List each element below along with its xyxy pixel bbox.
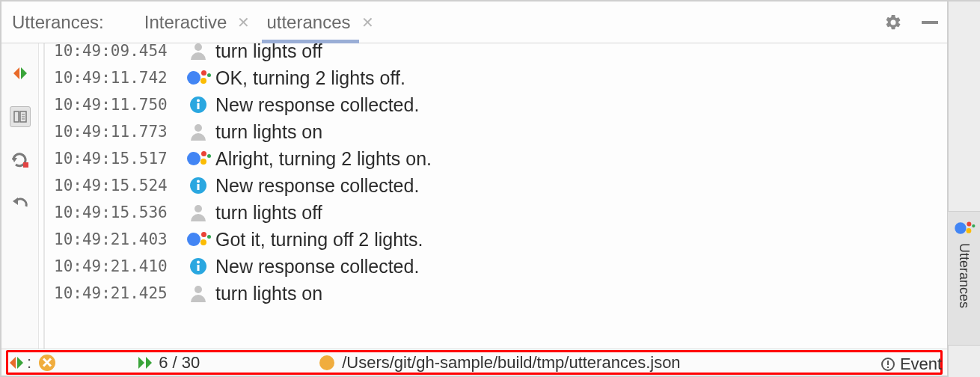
tab-bar: Interactive ✕ utterances ✕ — [140, 1, 379, 43]
tab-interactive[interactable]: Interactive ✕ — [140, 1, 255, 43]
tab-label: utterances — [266, 12, 350, 33]
timestamp: 10:49:09.454 — [54, 43, 186, 60]
svg-point-22 — [195, 286, 202, 293]
timestamp: 10:49:11.750 — [54, 96, 186, 114]
timestamp: 10:49:11.773 — [54, 123, 186, 141]
run-icon[interactable] — [138, 356, 154, 370]
close-icon[interactable]: ✕ — [237, 15, 250, 30]
event-log-icon — [881, 357, 895, 372]
svg-marker-1 — [21, 67, 27, 79]
log-row[interactable]: 10:49:21.425turn lights on — [39, 280, 947, 307]
step-icon[interactable] — [10, 63, 31, 84]
timestamp: 10:49:15.536 — [54, 203, 186, 221]
svg-marker-0 — [13, 67, 19, 79]
timestamp: 10:49:11.742 — [54, 69, 186, 87]
progress-text: 6 / 30 — [159, 353, 200, 373]
user-icon — [186, 43, 211, 60]
svg-rect-28 — [887, 361, 889, 365]
svg-point-13 — [197, 99, 200, 102]
assistant-icon — [186, 150, 211, 168]
info-icon — [186, 257, 211, 275]
layout-icon[interactable] — [10, 106, 31, 127]
close-icon[interactable]: ✕ — [361, 15, 374, 30]
log-row[interactable]: 10:49:15.524New response collected. — [39, 172, 947, 199]
log-row[interactable]: 10:49:09.454turn lights off — [39, 43, 947, 64]
undo-icon[interactable] — [10, 193, 31, 214]
svg-marker-9 — [13, 197, 18, 205]
status-path: /Users/git/gh-sample/build/tmp/utterance… — [342, 353, 680, 373]
tool-column — [1, 43, 39, 349]
svg-rect-20 — [197, 265, 200, 271]
svg-rect-8 — [23, 162, 28, 168]
log-message: Got it, turning off 2 lights. — [211, 229, 423, 251]
svg-point-10 — [195, 43, 202, 51]
rerun-icon[interactable] — [10, 150, 31, 171]
svg-rect-12 — [197, 103, 200, 109]
svg-marker-23 — [10, 357, 16, 369]
log-row[interactable]: 10:49:11.773turn lights on — [39, 118, 947, 145]
tab-utterances[interactable]: utterances ✕ — [262, 1, 378, 43]
panel-title: Utterances: — [12, 12, 104, 33]
log-message: turn lights off — [211, 43, 322, 62]
svg-point-17 — [197, 180, 200, 183]
user-icon — [186, 284, 211, 302]
log-message: turn lights on — [211, 121, 322, 143]
svg-point-18 — [195, 205, 202, 212]
timestamp: 10:49:15.517 — [54, 150, 186, 168]
svg-rect-16 — [197, 184, 200, 190]
svg-marker-24 — [17, 357, 23, 369]
log-row[interactable]: 10:49:15.517Alright, turning 2 lights on… — [39, 145, 947, 172]
log-row[interactable]: 10:49:21.410New response collected. — [39, 253, 947, 280]
svg-marker-26 — [146, 357, 152, 369]
timestamp: 10:49:21.425 — [54, 284, 186, 302]
log-message: turn lights on — [211, 283, 322, 304]
log-message: New response collected. — [211, 175, 419, 197]
info-icon — [186, 96, 211, 114]
side-tab-label: Utterances — [956, 243, 972, 308]
status-bar: : 6 / 30 /Users/git/gh-sample/build/tmp/… — [1, 349, 947, 376]
log-row[interactable]: 10:49:11.750New response collected. — [39, 91, 947, 118]
minimize-icon[interactable] — [922, 21, 938, 24]
info-icon — [186, 177, 211, 194]
assistant-icon — [186, 230, 211, 248]
assistant-icon — [955, 221, 974, 236]
svg-rect-29 — [887, 367, 889, 368]
log-message: Alright, turning 2 lights on. — [211, 148, 432, 170]
svg-rect-2 — [14, 111, 19, 122]
tab-label: Interactive — [144, 12, 227, 33]
timestamp: 10:49:21.410 — [54, 257, 186, 275]
log-message: New response collected. — [211, 256, 419, 278]
status-colon: : — [27, 353, 31, 373]
right-gutter: Utterances — [947, 0, 980, 377]
warning-icon[interactable] — [39, 355, 55, 371]
side-tab-utterances[interactable]: Utterances — [947, 211, 980, 346]
log-row[interactable]: 10:49:15.536turn lights off — [39, 199, 947, 226]
svg-marker-25 — [138, 357, 144, 369]
step-icon[interactable] — [9, 356, 24, 370]
assistant-icon — [186, 69, 211, 87]
log-row[interactable]: 10:49:21.403Got it, turning off 2 lights… — [39, 226, 947, 253]
log-message: OK, turning 2 lights off. — [211, 67, 405, 89]
user-icon — [186, 123, 211, 141]
user-icon — [186, 203, 211, 221]
svg-point-21 — [197, 261, 200, 264]
timestamp: 10:49:21.403 — [54, 230, 186, 248]
svg-point-14 — [195, 124, 202, 132]
log-message: New response collected. — [211, 94, 419, 116]
status-dot-icon — [319, 355, 334, 370]
log-area[interactable]: 10:49:09.454turn lights off10:49:11.742O… — [39, 43, 947, 349]
gear-icon[interactable] — [884, 13, 902, 31]
log-message: turn lights off — [211, 202, 322, 224]
panel-header: Utterances: Interactive ✕ utterances ✕ — [1, 1, 947, 43]
log-row[interactable]: 10:49:11.742OK, turning 2 lights off. — [39, 64, 947, 91]
timestamp: 10:49:15.524 — [54, 177, 186, 194]
